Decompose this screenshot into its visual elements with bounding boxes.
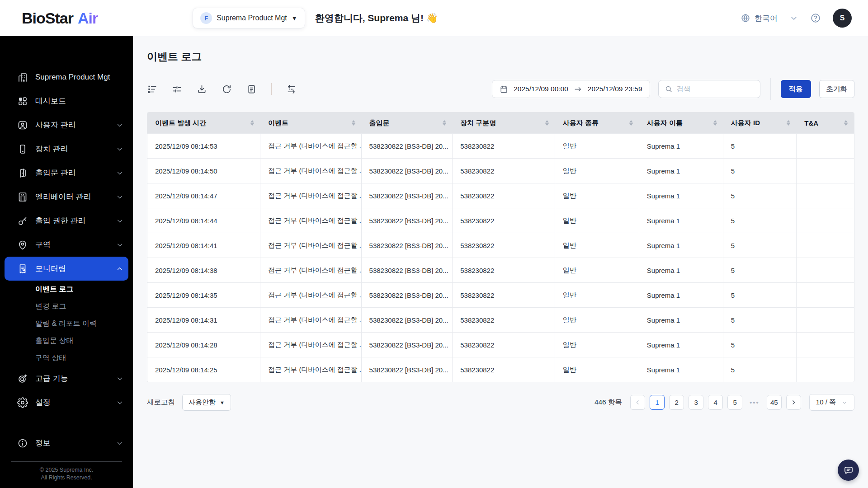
column-header-user_id[interactable]: 사용자 ID: [723, 113, 797, 133]
page-button-5[interactable]: 5: [727, 395, 742, 410]
search-input[interactable]: [677, 85, 754, 93]
sidebar-item-label: 정보: [35, 438, 51, 448]
sidebar-item-8[interactable]: 모니터링: [5, 257, 128, 281]
chevron-right-icon: [790, 399, 797, 406]
chevron-down-icon: [116, 241, 124, 249]
column-header-door[interactable]: 출입문: [362, 113, 453, 133]
sidebar-item-2[interactable]: 사용자 관리: [0, 113, 133, 137]
language-selector[interactable]: 한국어: [741, 13, 778, 23]
cell-user_id: 5: [723, 183, 797, 208]
reset-button[interactable]: 초기화: [819, 80, 855, 98]
filter-icon[interactable]: [172, 84, 182, 94]
prev-page-button[interactable]: [630, 395, 645, 410]
sidebar-subitem-8-4[interactable]: 구역 상태: [0, 349, 133, 366]
sort-icon: [713, 120, 717, 126]
table-row[interactable]: 2025/12/09 08:14:50접근 거부 (디바이스에 접근할 ...5…: [147, 158, 854, 183]
table-row[interactable]: 2025/12/09 08:14:38접근 거부 (디바이스에 접근할 ...5…: [147, 258, 854, 282]
sidebar-subitem-8-1[interactable]: 변경 로그: [0, 298, 133, 315]
user-avatar[interactable]: S: [833, 9, 852, 28]
column-header-user_type[interactable]: 사용자 종류: [555, 113, 639, 133]
cell-user_name: Suprema 1: [639, 333, 723, 357]
table-row[interactable]: 2025/12/09 08:14:28접근 거부 (디바이스에 접근할 ...5…: [147, 332, 854, 357]
cell-tna: [797, 333, 854, 357]
table-row[interactable]: 2025/12/09 08:14:31접근 거부 (디바이스에 접근할 ...5…: [147, 307, 854, 332]
sidebar-subitem-8-3[interactable]: 출입문 상태: [0, 332, 133, 349]
help-icon[interactable]: [810, 13, 821, 23]
next-page-button[interactable]: [786, 395, 801, 410]
column-header-user_name[interactable]: 사용자 이름: [639, 113, 723, 133]
column-header-label: 장치 구분명: [460, 119, 496, 127]
sidebar-item-6[interactable]: 출입 권한 관리: [0, 209, 133, 233]
page-size-select[interactable]: 10 / 쪽: [809, 394, 854, 411]
table-row[interactable]: 2025/12/09 08:14:53접근 거부 (디바이스에 접근할 ...5…: [147, 133, 854, 158]
sidebar-item-4[interactable]: 출입문 관리: [0, 161, 133, 185]
cell-user_type: 일반: [555, 134, 639, 158]
copyright-line2: All Rights Reserved.: [0, 474, 133, 482]
page-button-1[interactable]: 1: [650, 395, 665, 410]
column-header-event[interactable]: 이벤트: [260, 113, 362, 133]
sidebar-item-info[interactable]: 정보: [0, 431, 133, 455]
sidebar-item-10[interactable]: 설정: [0, 390, 133, 414]
date-from[interactable]: 2025/12/09 00:00: [514, 85, 568, 93]
cell-device: 538230822: [453, 283, 555, 307]
sidebar-item-9[interactable]: 고급 기능: [0, 366, 133, 390]
apply-button[interactable]: 적용: [781, 80, 811, 98]
date-range-picker[interactable]: 2025/12/09 00:00 2025/12/09 23:59: [492, 80, 650, 98]
toolbar-filters: 2025/12/09 00:00 2025/12/09 23:59 적용 초기화: [492, 78, 854, 100]
column-settings-icon[interactable]: [147, 84, 157, 94]
chevron-down-icon: [116, 217, 124, 225]
page-button-2[interactable]: 2: [669, 395, 684, 410]
refresh-icon[interactable]: [222, 84, 232, 94]
chat-support-button[interactable]: [838, 460, 859, 481]
table-row[interactable]: 2025/12/09 08:14:35접근 거부 (디바이스에 접근할 ...5…: [147, 282, 854, 307]
cell-user_id: 5: [723, 308, 797, 332]
date-to[interactable]: 2025/12/09 23:59: [588, 85, 642, 93]
sidebar-item-5[interactable]: 엘리베이터 관리: [0, 185, 133, 209]
toolbar-divider: [271, 83, 272, 95]
sidebar-subitem-8-2[interactable]: 알림 & 리포트 이력: [0, 315, 133, 332]
column-header-device[interactable]: 장치 구분명: [453, 113, 555, 133]
cell-time: 2025/12/09 08:14:31: [147, 308, 260, 332]
sidebar-subitem-8-0[interactable]: 이벤트 로그: [0, 281, 133, 298]
table-row[interactable]: 2025/12/09 08:14:25접근 거부 (디바이스에 접근할 ...5…: [147, 357, 854, 382]
cell-device: 538230822: [453, 357, 555, 382]
cell-tna: [797, 134, 854, 158]
sidebar-item-3[interactable]: 장치 관리: [0, 137, 133, 161]
report-icon[interactable]: [246, 84, 257, 94]
page-button-3[interactable]: 3: [689, 395, 703, 410]
app-logo: BioStar Air: [22, 9, 98, 27]
sidebar-item-7[interactable]: 구역: [0, 233, 133, 257]
copyright: © 2025 Suprema Inc. All Rights Reserved.: [0, 462, 133, 488]
sidebar-item-label: 대시보드: [35, 96, 66, 106]
cell-door: 538230822 [BS3-DB] 20...: [362, 233, 453, 258]
door-icon: [17, 168, 28, 178]
event-flow-icon[interactable]: [286, 84, 297, 94]
cell-user_type: 일반: [555, 308, 639, 332]
table-row[interactable]: 2025/12/09 08:14:41접근 거부 (디바이스에 접근할 ...5…: [147, 233, 854, 258]
language-chevron-down-icon[interactable]: [789, 14, 798, 23]
sidebar-item-0[interactable]: Suprema Product Mgt: [0, 65, 133, 89]
zone-icon: [17, 239, 28, 250]
page-button-45[interactable]: 45: [767, 395, 782, 410]
language-label: 한국어: [755, 13, 778, 23]
page-title: 이벤트 로그: [147, 50, 854, 64]
cell-user_id: 5: [723, 258, 797, 282]
table-row[interactable]: 2025/12/09 08:14:47접근 거부 (디바이스에 접근할 ...5…: [147, 183, 854, 208]
download-icon[interactable]: [197, 84, 207, 94]
cell-tna: [797, 233, 854, 258]
cell-tna: [797, 159, 854, 183]
column-header-tna[interactable]: T&A: [797, 113, 854, 133]
cell-device: 538230822: [453, 308, 555, 332]
sidebar-item-1[interactable]: 대시보드: [0, 89, 133, 113]
table-body: 2025/12/09 08:14:53접근 거부 (디바이스에 접근할 ...5…: [147, 133, 854, 382]
cell-door: 538230822 [BS3-DB] 20...: [362, 308, 453, 332]
page-button-4[interactable]: 4: [708, 395, 723, 410]
cell-user_name: Suprema 1: [639, 283, 723, 307]
organization-selector[interactable]: F Suprema Product Mgt ▼: [193, 8, 305, 28]
auto-refresh-select[interactable]: 사용안함 ▼: [182, 394, 231, 411]
table-row[interactable]: 2025/12/09 08:14:44접근 거부 (디바이스에 접근할 ...5…: [147, 208, 854, 233]
sidebar-item-label: 사용자 관리: [35, 120, 76, 130]
cell-user_id: 5: [723, 208, 797, 233]
page-buttons: 12345•••45: [650, 395, 782, 410]
column-header-time[interactable]: 이벤트 발생 시간: [147, 113, 260, 133]
